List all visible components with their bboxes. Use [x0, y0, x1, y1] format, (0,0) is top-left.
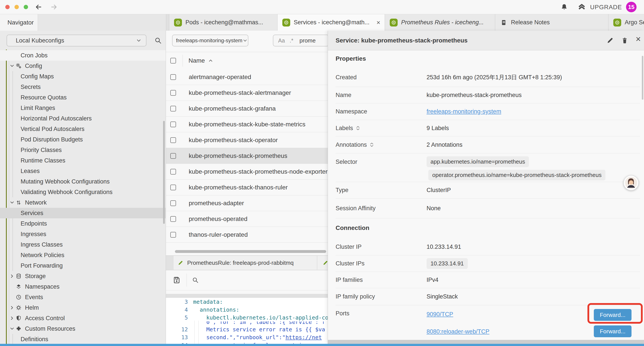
close-tab-icon[interactable]: ×: [376, 19, 380, 26]
upgrade-label[interactable]: UPGRADE: [590, 4, 622, 11]
row-checkbox[interactable]: [170, 106, 176, 111]
property-value[interactable]: 9 Labels: [426, 125, 449, 132]
port-link[interactable]: 9090/TCP: [426, 311, 453, 318]
sidebar-item-priority-classes[interactable]: Priority Classes: [0, 145, 166, 155]
sidebar-item-runtime-classes[interactable]: Runtime Classes: [0, 155, 166, 166]
tab-pods[interactable]: Pods - icecheng@mathmas...: [169, 14, 278, 31]
filter-input[interactable]: Aa .* prome: [273, 34, 328, 46]
expand-collapse-icon[interactable]: [370, 142, 374, 147]
table-row[interactable]: alertmanager-operated: [166, 69, 328, 85]
sidebar-item-network-policies[interactable]: Network Policies: [0, 250, 166, 260]
tab-argo[interactable]: Argo Se: [608, 14, 644, 31]
minimize-window-button[interactable]: [14, 5, 19, 9]
zoom-window-button[interactable]: [24, 5, 28, 9]
close-window-button[interactable]: [5, 5, 10, 9]
row-checkbox[interactable]: [170, 216, 176, 222]
trash-icon[interactable]: [621, 36, 629, 44]
table-row[interactable]: kube-prometheus-stack-grafana: [166, 101, 328, 116]
filter-query-text[interactable]: prome: [300, 37, 316, 44]
sidebar-item-config-maps[interactable]: Config Maps: [0, 71, 166, 82]
table-row[interactable]: kube-prometheus-stack-prometheus-node-ex…: [166, 164, 328, 180]
sidebar-item-port-forwarding[interactable]: Port Forwarding: [0, 260, 166, 271]
editor-search-icon[interactable]: [192, 276, 199, 284]
notifications-bell-icon[interactable]: [560, 3, 568, 11]
row-checkbox[interactable]: [170, 122, 176, 127]
detail-vertical-scrollbar[interactable]: [642, 56, 643, 100]
sidebar-item-definitions[interactable]: Definitions: [0, 334, 166, 344]
sidebar-group-network[interactable]: Network: [0, 197, 166, 208]
table-row-selected[interactable]: kube-prometheus-stack-prometheus: [166, 148, 328, 164]
editor-tab-partial[interactable]: [317, 256, 328, 270]
property-value[interactable]: 2 Annotations: [426, 141, 462, 148]
sidebar-group-custom-resources[interactable]: Custom Resources: [0, 324, 166, 334]
sidebar-group-helm[interactable]: Helm: [0, 303, 166, 313]
table-row[interactable]: kube-prometheus-stack-thanos-ruler: [166, 180, 328, 195]
edit-pencil-icon[interactable]: [606, 36, 614, 44]
tab-navigator[interactable]: Navigator: [0, 14, 38, 31]
chevron-down-icon[interactable]: [9, 63, 15, 68]
sidebar-item-leases[interactable]: Leases: [0, 166, 166, 176]
expand-collapse-icon[interactable]: [356, 125, 360, 131]
search-icon[interactable]: [154, 36, 162, 45]
sidebar-item-horizontal-pod-autoscalers[interactable]: Horizontal Pod Autoscalers: [0, 113, 166, 124]
sidebar-item-pod-disruption-budgets[interactable]: Pod Disruption Budgets: [0, 134, 166, 145]
forward-button[interactable]: Forward...: [594, 326, 632, 337]
sidebar-item-secrets[interactable]: Secrets: [0, 82, 166, 92]
row-checkbox[interactable]: [170, 200, 176, 206]
yaml-editor[interactable]: 3metadata: 4 annotations: 5 kubectl.kube…: [166, 298, 328, 344]
sidebar-item-services[interactable]: Services: [0, 208, 166, 218]
notification-count-badge[interactable]: 15: [626, 2, 636, 12]
sidebar-item-events[interactable]: Events: [0, 292, 166, 303]
horizontal-scrollbar[interactable]: [175, 250, 326, 253]
sidebar-item-limit-ranges[interactable]: Limit Ranges: [0, 103, 166, 113]
row-checkbox[interactable]: [170, 153, 176, 159]
row-checkbox[interactable]: [170, 137, 176, 143]
sidebar-item-ingresses[interactable]: Ingresses: [0, 229, 166, 239]
row-checkbox[interactable]: [170, 232, 176, 238]
save-icon[interactable]: [172, 276, 181, 284]
sidebar-item-namespaces[interactable]: Namespaces: [0, 281, 166, 292]
chevron-right-icon[interactable]: [9, 316, 15, 321]
tab-prometheus-rules[interactable]: Prometheus Rules - icecheng...: [385, 14, 495, 31]
sidebar-group-storage[interactable]: Storage: [0, 271, 166, 281]
table-row[interactable]: kube-prometheus-stack-alertmanager: [166, 85, 328, 101]
namespace-dropdown[interactable]: freeleaps-monitoring-system: [172, 34, 248, 46]
table-row[interactable]: prometheus-adapter: [166, 195, 328, 211]
sidebar-item-validating-webhook-configurations[interactable]: Validating Webhook Configurations: [0, 187, 166, 197]
sidebar-item-vertical-pod-autoscalers[interactable]: Vertical Pod Autoscalers: [0, 124, 166, 134]
port-link[interactable]: 8080:reloader-web/TCP: [426, 328, 490, 335]
upgrade-icon[interactable]: [577, 3, 586, 11]
table-row[interactable]: kube-prometheus-stack-kube-state-metrics: [166, 116, 328, 132]
table-row[interactable]: thanos-ruler-operated: [166, 227, 328, 243]
sidebar-scrollbar[interactable]: [163, 121, 165, 224]
namespace-link[interactable]: freeleaps-monitoring-system: [426, 108, 501, 115]
close-panel-icon[interactable]: ×: [636, 34, 641, 43]
sidebar-item-ingress-classes[interactable]: Ingress Classes: [0, 239, 166, 250]
tab-services[interactable]: Services - icecheng@math... ×: [278, 14, 385, 31]
row-checkbox[interactable]: [170, 185, 176, 190]
row-checkbox[interactable]: [170, 90, 176, 96]
row-checkbox[interactable]: [170, 169, 176, 175]
regex-toggle[interactable]: .*: [290, 37, 294, 44]
select-all-checkbox[interactable]: [170, 58, 176, 63]
forward-icon[interactable]: [50, 3, 58, 11]
name-column-header[interactable]: Name: [188, 57, 205, 64]
editor-tab-prometheusrule[interactable]: PrometheusRule: freeleaps-prod-rabbitmq: [174, 256, 317, 270]
sidebar-group-config[interactable]: Config: [0, 61, 166, 71]
sidebar-item-mutating-webhook-configurations[interactable]: Mutating Webhook Configurations: [0, 176, 166, 187]
match-case-toggle[interactable]: Aa: [278, 37, 285, 44]
back-icon[interactable]: [35, 3, 42, 11]
avatar[interactable]: [624, 175, 639, 191]
table-row[interactable]: kube-prometheus-stack-operator: [166, 132, 328, 148]
table-row[interactable]: prometheus-operated: [166, 211, 328, 227]
editor-scroll-strip[interactable]: [166, 294, 328, 298]
chevron-down-icon[interactable]: [9, 200, 15, 205]
sidebar-group-access-control[interactable]: Access Control: [0, 313, 166, 324]
chevron-right-icon[interactable]: [9, 305, 15, 310]
chevron-right-icon[interactable]: [9, 274, 15, 279]
chevron-down-icon[interactable]: [9, 326, 15, 331]
sort-ascending-icon[interactable]: [208, 58, 213, 63]
detail-horizontal-scrollbar[interactable]: [328, 340, 644, 344]
sidebar-item-endpoints[interactable]: Endpoints: [0, 218, 166, 229]
sidebar-item-cron-jobs[interactable]: Cron Jobs: [0, 50, 166, 61]
